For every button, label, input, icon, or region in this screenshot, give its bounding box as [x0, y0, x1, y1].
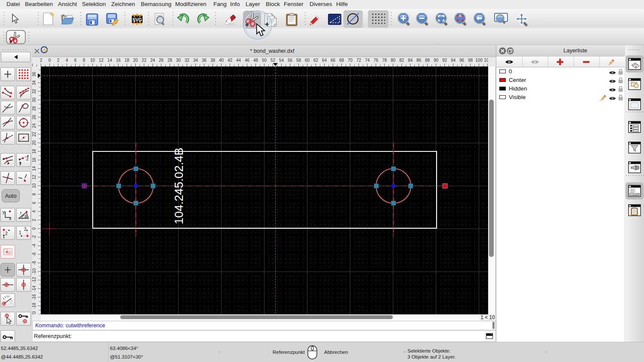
svg-text:16: 16 [116, 58, 121, 63]
svg-text:96: 96 [459, 58, 465, 63]
svg-text:-16: -16 [32, 294, 36, 300]
svg-text:6: 6 [32, 202, 36, 204]
svg-text:2: 2 [40, 58, 43, 63]
svg-text:24: 24 [150, 58, 155, 63]
svg-text:58: 58 [296, 58, 301, 63]
svg-text:-14: -14 [32, 285, 36, 292]
svg-text:86: 86 [416, 58, 422, 63]
svg-text:34: 34 [193, 58, 198, 63]
svg-text:4: 4 [66, 58, 68, 63]
svg-text:14: 14 [107, 58, 112, 63]
svg-text:6: 6 [74, 58, 77, 63]
svg-text:a: a [24, 214, 27, 219]
svg-text:78: 78 [382, 58, 387, 63]
svg-text:30: 30 [32, 97, 36, 103]
svg-text:30: 30 [176, 58, 181, 63]
svg-text:94: 94 [451, 58, 456, 63]
svg-text:2: 2 [24, 227, 27, 232]
svg-text:22: 22 [142, 58, 147, 63]
svg-text:-4: -4 [32, 244, 36, 247]
svg-text:x: x [9, 216, 12, 220]
svg-text:-18: -18 [32, 302, 36, 309]
svg-text:-2: -2 [32, 235, 36, 239]
svg-text:42: 42 [228, 58, 233, 63]
svg-text:1: 1 [19, 161, 21, 166]
svg-text:12: 12 [32, 175, 36, 180]
svg-text:16: 16 [32, 157, 36, 163]
svg-text:28: 28 [167, 58, 173, 63]
svg-text:26: 26 [159, 58, 164, 63]
svg-text:4: 4 [32, 210, 36, 213]
svg-text:60: 60 [305, 58, 310, 63]
svg-text:1: 1 [19, 230, 21, 235]
svg-text:68: 68 [339, 58, 344, 63]
svg-text:32: 32 [185, 58, 190, 63]
svg-text:98: 98 [468, 58, 473, 63]
svg-text:54: 54 [279, 58, 284, 63]
svg-text:r: r [20, 211, 22, 215]
svg-text:24: 24 [32, 123, 36, 128]
svg-text:28: 28 [32, 106, 36, 111]
svg-text:8: 8 [32, 193, 36, 196]
svg-text:14: 14 [32, 166, 36, 171]
svg-text:40: 40 [219, 58, 224, 63]
svg-text:1: 1 [3, 234, 5, 238]
svg-text:34: 34 [32, 80, 36, 85]
svg-text:26: 26 [32, 115, 36, 120]
svg-text:-6: -6 [32, 252, 36, 256]
svg-text:2: 2 [26, 157, 29, 161]
svg-text:36: 36 [32, 72, 36, 77]
svg-text:90: 90 [434, 58, 439, 63]
svg-text:36: 36 [202, 58, 207, 63]
svg-text:0: 0 [32, 227, 36, 230]
svg-text:50: 50 [262, 58, 267, 63]
svg-text:44: 44 [236, 58, 241, 63]
svg-text:2: 2 [32, 219, 36, 221]
svg-text:76: 76 [374, 58, 379, 63]
svg-text:2: 2 [57, 58, 60, 63]
svg-text:18: 18 [125, 58, 130, 63]
svg-text:-12: -12 [32, 277, 36, 283]
svg-text:38: 38 [210, 58, 216, 63]
svg-text:52: 52 [270, 58, 276, 63]
svg-text:102: 102 [484, 58, 488, 63]
svg-text:c command: c command [631, 194, 639, 196]
svg-text:80: 80 [391, 58, 396, 63]
svg-text:100: 100 [475, 58, 483, 63]
svg-text:8: 8 [83, 58, 85, 63]
svg-text:74: 74 [365, 58, 370, 63]
svg-text:y: y [3, 209, 5, 214]
svg-text:20: 20 [133, 58, 138, 63]
svg-text:46: 46 [245, 58, 250, 63]
svg-text:22: 22 [32, 132, 36, 137]
svg-text:20: 20 [32, 140, 36, 145]
svg-text:64: 64 [322, 58, 327, 63]
svg-text:2: 2 [5, 231, 8, 236]
svg-text:32: 32 [32, 89, 36, 94]
svg-text:-20: -20 [32, 311, 36, 314]
svg-text:18: 18 [32, 149, 36, 154]
svg-text:0: 0 [49, 58, 51, 63]
svg-text:48: 48 [253, 58, 258, 63]
svg-text:SVG: SVG [132, 17, 142, 22]
svg-text:-10: -10 [32, 268, 36, 275]
svg-text:82: 82 [399, 58, 404, 63]
svg-text:70: 70 [348, 58, 353, 63]
svg-text:84: 84 [408, 58, 413, 63]
svg-text:88: 88 [425, 58, 430, 63]
svg-text:72: 72 [356, 58, 361, 63]
svg-text:12: 12 [99, 58, 104, 63]
svg-text:104.245.02.4B: 104.245.02.4B [172, 148, 185, 224]
svg-text:66: 66 [331, 58, 336, 63]
svg-text:10: 10 [90, 58, 95, 63]
svg-text:62: 62 [313, 58, 319, 63]
svg-text:56: 56 [288, 58, 293, 63]
svg-text:10: 10 [32, 183, 36, 188]
svg-text:-8: -8 [32, 261, 36, 265]
svg-text:92: 92 [442, 58, 447, 63]
